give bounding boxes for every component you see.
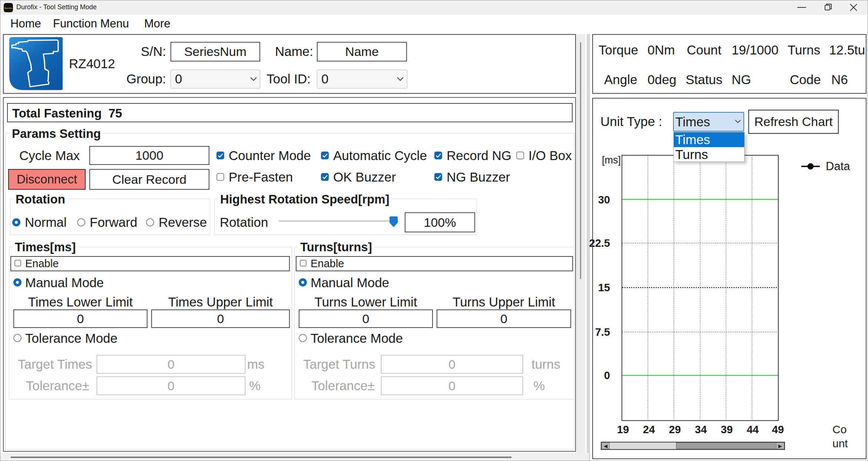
- svg-text:Durofix: Durofix: [4, 7, 13, 9]
